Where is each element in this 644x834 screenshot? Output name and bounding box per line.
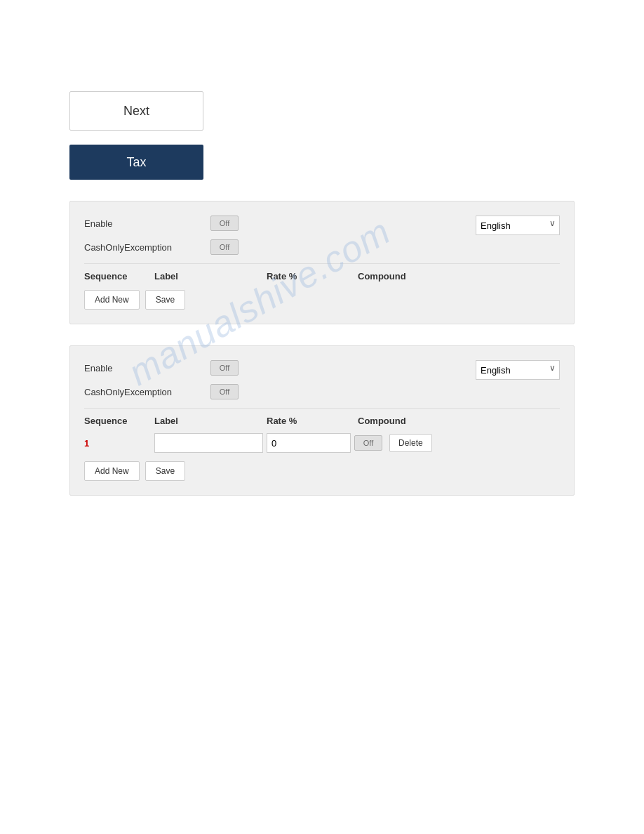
col-compound-2: Compound bbox=[358, 416, 442, 426]
panel1-action-row: Add New Save bbox=[84, 290, 560, 310]
col-rate-2: Rate % bbox=[267, 416, 358, 426]
cashonly-row-2: CashOnlyExcemption Off bbox=[84, 384, 560, 399]
language-select-1[interactable]: English bbox=[476, 216, 560, 235]
col-label-2: Label bbox=[154, 416, 267, 426]
col-rate-1: Rate % bbox=[267, 271, 358, 282]
save-button-2[interactable]: Save bbox=[145, 461, 185, 481]
tax-panel-1: English Enable Off CashOnlyExcemption Of… bbox=[69, 201, 575, 324]
page-container: manualshive.com Next Tax English Enable … bbox=[0, 0, 644, 834]
cashonly-label-2: CashOnlyExcemption bbox=[84, 387, 210, 397]
add-new-button-2[interactable]: Add New bbox=[84, 461, 140, 481]
col-sequence-1: Sequence bbox=[84, 271, 154, 282]
panel2-action-row: Add New Save bbox=[84, 461, 560, 481]
next-button[interactable]: Next bbox=[69, 91, 203, 131]
enable-label-2: Enable bbox=[84, 363, 210, 373]
row-sequence: 1 bbox=[84, 438, 154, 449]
col-compound-1: Compound bbox=[358, 271, 442, 282]
cashonly-toggle-2[interactable]: Off bbox=[210, 384, 239, 399]
col-label-1: Label bbox=[154, 271, 267, 282]
lang-select-container-1: English bbox=[476, 216, 560, 235]
table-header-1: Sequence Label Rate % Compound bbox=[84, 271, 560, 282]
tax-header-area: Tax bbox=[0, 131, 644, 180]
tax-panel-2: English Enable Off CashOnlyExcemption Of… bbox=[69, 345, 575, 496]
cashonly-toggle-1[interactable]: Off bbox=[210, 239, 239, 255]
lang-select-container-2: English bbox=[476, 360, 560, 380]
table-header-2: Sequence Label Rate % Compound bbox=[84, 416, 560, 426]
cashonly-row-1: CashOnlyExcemption Off bbox=[84, 239, 560, 255]
row-rate-input[interactable] bbox=[267, 433, 351, 453]
divider-2 bbox=[84, 408, 560, 409]
tax-header-button[interactable]: Tax bbox=[69, 145, 203, 180]
panels-area: English Enable Off CashOnlyExcemption Of… bbox=[0, 180, 644, 496]
row-compound-toggle[interactable]: Off bbox=[354, 435, 382, 451]
save-button-1[interactable]: Save bbox=[145, 290, 185, 310]
lang-select-wrap-1: English bbox=[476, 216, 560, 235]
row-label-input[interactable] bbox=[154, 433, 263, 453]
enable-label-1: Enable bbox=[84, 218, 210, 229]
cashonly-label-1: CashOnlyExcemption bbox=[84, 242, 210, 253]
next-button-area: Next bbox=[0, 0, 644, 131]
language-select-2[interactable]: English bbox=[476, 360, 560, 380]
divider-1 bbox=[84, 263, 560, 264]
col-sequence-2: Sequence bbox=[84, 416, 154, 426]
table-row: 1 Off Delete bbox=[84, 433, 560, 453]
add-new-button-1[interactable]: Add New bbox=[84, 290, 140, 310]
enable-toggle-1[interactable]: Off bbox=[210, 216, 239, 231]
enable-toggle-2[interactable]: Off bbox=[210, 360, 239, 376]
delete-button[interactable]: Delete bbox=[389, 434, 432, 452]
lang-select-wrap-2: English bbox=[476, 360, 560, 380]
